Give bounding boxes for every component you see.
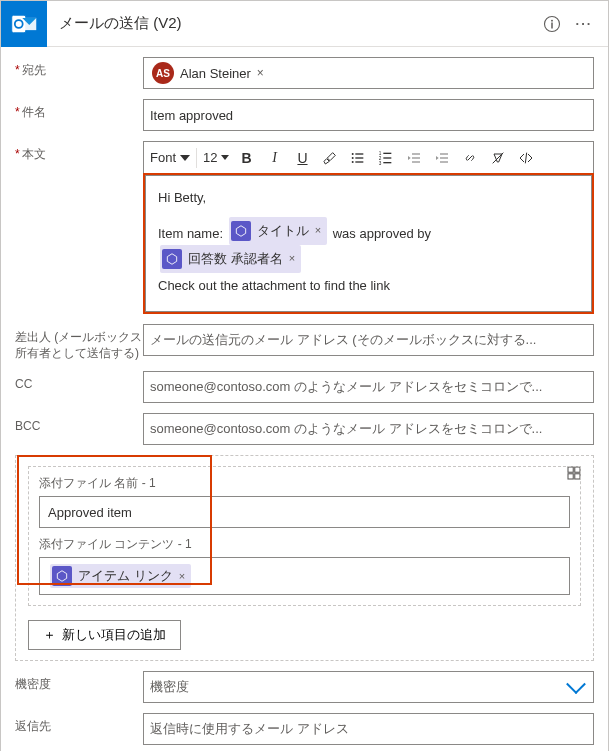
svg-rect-12 <box>356 161 364 162</box>
label-from: 差出人 (メールボックス所有者として送信する) <box>15 324 143 361</box>
row-sensitivity: 機密度 機密度 <box>15 671 594 703</box>
attach-name-value: Approved item <box>48 505 132 520</box>
body-line-greeting: Hi Betty, <box>158 186 579 209</box>
sensitivity-placeholder: 機密度 <box>150 678 189 696</box>
cc-field[interactable]: someone@contoso.com のようなメール アドレスをセミコロンで.… <box>143 371 594 403</box>
recipient-chip[interactable]: AS Alan Steiner × <box>150 60 270 86</box>
svg-rect-6 <box>551 22 553 28</box>
svg-point-11 <box>352 161 354 163</box>
underline-button[interactable]: U <box>291 147 313 169</box>
code-view-button[interactable] <box>515 147 537 169</box>
row-to: 宛先 AS Alan Steiner × <box>15 57 594 89</box>
add-new-item-button[interactable]: ＋ 新しい項目の追加 <box>28 620 181 650</box>
clear-format-button[interactable] <box>487 147 509 169</box>
body-line-3: Check out the attachment to find the lin… <box>158 274 579 297</box>
svg-rect-19 <box>412 153 420 154</box>
link-button[interactable] <box>459 147 481 169</box>
replyto-placeholder: 返信時に使用するメール アドレス <box>150 720 349 738</box>
bold-button[interactable]: B <box>235 147 257 169</box>
sensitivity-select[interactable]: 機密度 <box>143 671 594 703</box>
font-select[interactable]: Font <box>150 150 190 165</box>
dynamic-content-icon <box>231 221 251 241</box>
svg-rect-10 <box>356 157 364 158</box>
subject-field[interactable]: Item approved <box>143 99 594 131</box>
token-title[interactable]: タイトル × <box>229 217 327 244</box>
close-icon[interactable]: × <box>289 249 295 269</box>
close-icon[interactable]: × <box>257 66 264 80</box>
attach-name-label: 添付ファイル 名前 - 1 <box>39 475 570 492</box>
bcc-placeholder: someone@contoso.com のようなメール アドレスをセミコロンで.… <box>150 420 542 438</box>
dynamic-content-icon <box>52 566 72 586</box>
bullet-list-button[interactable] <box>347 147 369 169</box>
row-body: 本文 Font 12 B I U 123 <box>15 141 594 314</box>
svg-rect-8 <box>356 153 364 154</box>
svg-point-5 <box>551 19 553 21</box>
label-cc: CC <box>15 371 143 393</box>
number-list-button[interactable]: 123 <box>375 147 397 169</box>
outdent-button[interactable] <box>403 147 425 169</box>
recipient-name: Alan Steiner <box>180 66 251 81</box>
row-replyto: 返信先 返信時に使用するメール アドレス <box>15 713 594 745</box>
body-line-2: Item name: タイトル × was approved by <box>158 217 579 245</box>
body-editor[interactable]: Hi Betty, Item name: タイトル × was approved… <box>145 175 592 312</box>
token-item-link[interactable]: アイテム リンク × <box>50 564 191 588</box>
row-cc: CC someone@contoso.com のようなメール アドレスをセミコロ… <box>15 371 594 403</box>
subject-value: Item approved <box>150 108 233 123</box>
card-body: 宛先 AS Alan Steiner × 件名 Item approved <box>1 47 608 751</box>
font-size-select[interactable]: 12 <box>203 150 229 165</box>
from-field[interactable]: メールの送信元のメール アドレス (そのメールボックスに対する... <box>143 324 594 356</box>
row-subject: 件名 Item approved <box>15 99 594 131</box>
info-icon[interactable] <box>536 8 568 40</box>
attachment-item-1: 添付ファイル 名前 - 1 Approved item 添付ファイル コンテンツ… <box>28 466 581 606</box>
close-icon[interactable]: × <box>315 221 321 241</box>
label-to: 宛先 <box>15 57 143 79</box>
label-bcc: BCC <box>15 413 143 435</box>
card-title: メールの送信 (V2) <box>47 14 536 33</box>
body-line-token2: 回答数 承認者名 × <box>158 245 579 273</box>
row-bcc: BCC someone@contoso.com のようなメール アドレスをセミコ… <box>15 413 594 445</box>
outlook-icon <box>1 1 47 47</box>
attach-name-field[interactable]: Approved item <box>39 496 570 528</box>
svg-rect-14 <box>384 152 392 153</box>
avatar: AS <box>152 62 174 84</box>
label-body: 本文 <box>15 141 143 163</box>
svg-rect-16 <box>384 157 392 158</box>
card-header: メールの送信 (V2) ··· <box>1 1 608 47</box>
editor-toolbar: Font 12 B I U 123 <box>143 141 594 173</box>
label-subject: 件名 <box>15 99 143 121</box>
token-approver[interactable]: 回答数 承認者名 × <box>160 245 301 272</box>
attach-content-label: 添付ファイル コンテンツ - 1 <box>39 536 570 553</box>
replyto-field[interactable]: 返信時に使用するメール アドレス <box>143 713 594 745</box>
from-placeholder: メールの送信元のメール アドレス (そのメールボックスに対する... <box>150 331 536 349</box>
plus-icon: ＋ <box>43 626 56 644</box>
attachments-section: 添付ファイル 名前 - 1 Approved item 添付ファイル コンテンツ… <box>15 455 594 661</box>
editor-highlight: Hi Betty, Item name: タイトル × was approved… <box>143 173 594 314</box>
italic-button[interactable]: I <box>263 147 285 169</box>
attach-content-field[interactable]: アイテム リンク × <box>39 557 570 595</box>
send-email-card: メールの送信 (V2) ··· 宛先 AS Alan Steiner × 件名 <box>0 0 609 751</box>
svg-rect-22 <box>440 153 448 154</box>
svg-text:3: 3 <box>379 160 382 165</box>
more-icon[interactable]: ··· <box>568 8 600 40</box>
to-field[interactable]: AS Alan Steiner × <box>143 57 594 89</box>
row-from: 差出人 (メールボックス所有者として送信する) メールの送信元のメール アドレス… <box>15 324 594 361</box>
svg-rect-24 <box>440 161 448 162</box>
label-replyto: 返信先 <box>15 713 143 735</box>
close-icon[interactable]: × <box>179 570 185 582</box>
highlight-button[interactable] <box>319 147 341 169</box>
indent-button[interactable] <box>431 147 453 169</box>
svg-point-7 <box>352 153 354 155</box>
svg-point-9 <box>352 157 354 159</box>
svg-rect-23 <box>440 157 448 158</box>
cc-placeholder: someone@contoso.com のようなメール アドレスをセミコロンで.… <box>150 378 542 396</box>
dynamic-content-icon <box>162 249 182 269</box>
label-sensitivity: 機密度 <box>15 671 143 693</box>
bcc-field[interactable]: someone@contoso.com のようなメール アドレスをセミコロンで.… <box>143 413 594 445</box>
svg-rect-18 <box>384 162 392 163</box>
svg-rect-21 <box>412 161 420 162</box>
svg-rect-20 <box>412 157 420 158</box>
